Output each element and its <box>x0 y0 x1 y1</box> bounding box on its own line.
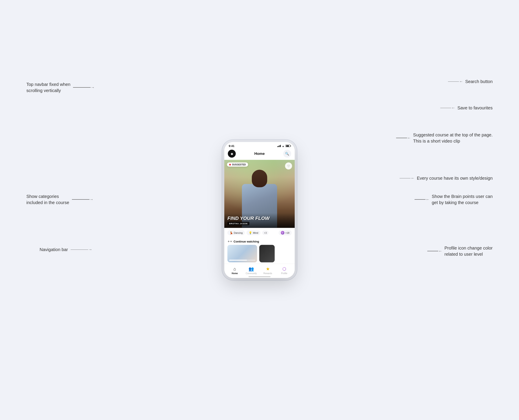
brain-points-label: +18 <box>285 232 289 234</box>
status-bar: 9:41 ▲ <box>224 142 295 149</box>
continue-scroll <box>227 245 292 262</box>
more-categories-chip[interactable]: +3 <box>262 231 269 235</box>
annot-search-line <box>448 82 459 82</box>
app-logo-icon: ◈ <box>231 152 233 156</box>
annot-top-navbar: Top navbar fixed whenscrolling verticall… <box>26 81 94 94</box>
annot-profile-icon-arrow: ← <box>438 249 442 254</box>
annot-brain-arrow: ← <box>426 197 429 202</box>
search-button[interactable]: 🔍 <box>283 150 291 158</box>
course-title: Find Your Flow <box>227 216 292 221</box>
annot-brain-line <box>415 199 426 200</box>
community-nav-label: Community <box>246 272 257 275</box>
continue-watching-section: ✦✦ Continue watching <box>224 238 295 264</box>
annot-categories-text: Show categoriesincluded in the course <box>26 193 69 206</box>
navbar-title: Home <box>254 151 264 156</box>
nav-item-community[interactable]: 👥 Community <box>245 266 257 275</box>
annot-style: ← Every course have its own style/design <box>400 176 493 181</box>
continue-card-2[interactable] <box>259 245 275 262</box>
annot-categories-line <box>72 199 90 200</box>
annot-top-navbar-text: Top navbar fixed whenscrolling verticall… <box>26 81 70 94</box>
suggested-badge: SUGGESTED <box>227 163 248 167</box>
dancing-icon: 💃 <box>230 231 233 234</box>
annot-top-navbar-line <box>73 87 91 88</box>
nav-item-home[interactable]: ⌂ Home <box>229 266 241 274</box>
category-dancing[interactable]: 💃 Dancing <box>227 230 245 235</box>
annot-suggested-arrow: ← <box>407 136 411 140</box>
page-wrapper: 9:41 ▲ ◈ <box>0 0 519 420</box>
brain-points-chip: +18 <box>279 230 292 235</box>
annot-nav-bar: Navigation bar → <box>39 247 92 252</box>
annot-profile-icon-line <box>427 251 438 251</box>
hero-card: SUGGESTED ♡ Find Your Flow Brotha Jason <box>224 160 295 228</box>
section-title: ✦✦ Continue watching <box>227 240 292 243</box>
nav-item-profile[interactable]: ⬡ Profile <box>278 266 290 275</box>
annot-categories-arrow: → <box>90 197 93 202</box>
app-logo[interactable]: ◈ <box>228 150 236 158</box>
rewards-icon: ★ <box>266 266 270 271</box>
more-count: +3 <box>264 232 267 234</box>
dancing-label: Dancing <box>234 232 243 234</box>
section-title-dots: ✦✦ <box>227 240 232 243</box>
annot-nav-bar-line <box>70 249 88 250</box>
annot-suggested: ← Suggested course at the top of the pag… <box>396 132 493 144</box>
categories-row: 💃 Dancing 💡 Mind +3 <box>224 228 295 238</box>
top-navbar: ◈ Home 🔍 <box>224 149 295 160</box>
annot-save-text: Save to favourites <box>457 105 493 111</box>
mind-label: Mind <box>253 232 258 234</box>
figure-head <box>252 170 267 187</box>
community-icon: 👥 <box>248 266 254 271</box>
phone-shell: 9:41 ▲ ◈ <box>224 142 295 278</box>
course-author-badge: Brotha Jason <box>227 222 249 225</box>
rewards-nav-label: Rewards <box>263 272 272 275</box>
annot-profile-icon-text: Profile icon change colorrelated to user… <box>444 245 493 257</box>
profile-icon: ⬡ <box>282 266 286 271</box>
annot-nav-bar-text: Navigation bar <box>39 247 68 252</box>
hero-overlay: Find Your Flow Brotha Jason <box>224 213 295 228</box>
search-icon: 🔍 <box>285 152 289 156</box>
continue-watching-label: Continue watching <box>233 240 259 243</box>
mind-icon: 💡 <box>249 231 252 234</box>
annot-profile-icon: ← Profile icon change colorrelated to us… <box>427 245 493 257</box>
annot-search: ← Search button <box>448 79 493 84</box>
home-icon: ⌂ <box>233 266 236 271</box>
home-nav-label: Home <box>232 272 238 274</box>
annot-save-line <box>440 108 451 108</box>
suggested-label: SUGGESTED <box>232 164 246 166</box>
annot-nav-bar-arrow: → <box>88 247 92 252</box>
annot-search-arrow: ← <box>459 79 463 84</box>
category-mind[interactable]: 💡 Mind <box>247 230 260 235</box>
status-time: 9:41 <box>229 144 234 148</box>
wifi-icon: ▲ <box>282 144 284 147</box>
annot-categories: Show categoriesincluded in the course → <box>26 193 93 206</box>
bottom-nav: ⌂ Home 👥 Community ★ Rewards ⬡ Profile <box>224 264 295 276</box>
nav-item-rewards[interactable]: ★ Rewards <box>262 266 274 275</box>
signal-icon <box>277 145 281 147</box>
annot-save: ← Save to favourites <box>440 105 493 111</box>
suggested-dot <box>229 164 231 165</box>
phone-mockup: 9:41 ▲ ◈ <box>224 142 295 278</box>
annot-save-arrow: ← <box>451 106 455 110</box>
annot-brain-text: Show the Brain points user canget by tak… <box>432 193 493 206</box>
annot-search-text: Search button <box>465 79 493 84</box>
favourite-button[interactable]: ♡ <box>285 163 292 170</box>
profile-nav-label: Profile <box>281 272 287 275</box>
annot-top-navbar-arrow: → <box>91 85 94 90</box>
annot-brain: ← Show the Brain points user canget by t… <box>415 193 493 206</box>
home-indicator <box>248 276 271 277</box>
brain-icon <box>281 231 284 235</box>
status-icons: ▲ <box>277 144 290 147</box>
annot-suggested-text: Suggested course at the top of the page.… <box>413 132 493 144</box>
annot-style-text: Every course have its own style/design <box>417 176 493 181</box>
annot-suggested-line <box>396 138 407 138</box>
battery-icon <box>286 145 290 147</box>
annot-style-line <box>400 178 411 179</box>
continue-card-1[interactable] <box>227 245 257 262</box>
annot-style-arrow: ← <box>411 176 415 180</box>
heart-icon: ♡ <box>287 164 290 168</box>
